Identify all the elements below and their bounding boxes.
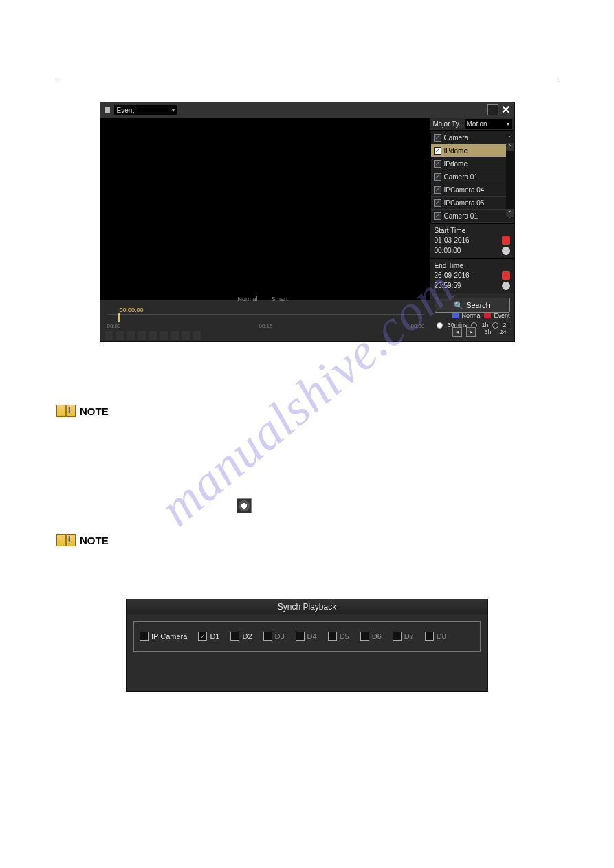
checkbox-icon[interactable]: ✓	[434, 173, 441, 181]
search-button[interactable]: 🔍 Search	[435, 298, 510, 313]
camera-item[interactable]: ✓IPCamera 04	[431, 183, 514, 197]
collapse-up-icon[interactable]: ˆ	[509, 135, 511, 141]
note-line: If the event is set to trigger recording…	[56, 423, 377, 433]
camera-item[interactable]: ✓Camera 01	[431, 170, 514, 183]
channel-label: D7	[404, 632, 414, 641]
figure2-caption: Figure 6-12 Synch Playback Interface	[0, 699, 614, 709]
toolbar-button[interactable]	[138, 331, 146, 340]
synch-playback-screenshot: Synch Playback IP Camera ✓D1 D2 D3 D4 D5…	[126, 599, 488, 692]
channel-label: D1	[210, 632, 219, 641]
channel-label: D6	[372, 632, 382, 641]
page-header: Network Video Recorder User Manual	[56, 27, 558, 43]
clock-icon[interactable]	[502, 247, 510, 255]
note-line: are configurable under Menu > Playback >…	[56, 552, 252, 562]
playhead-icon[interactable]	[118, 313, 120, 322]
calendar-icon[interactable]	[502, 271, 510, 280]
normal-tab[interactable]: Normal	[238, 296, 258, 302]
video-area	[100, 118, 430, 300]
major-type-value: Motion	[467, 120, 487, 128]
toolbar-button[interactable]	[149, 331, 157, 340]
camera-item[interactable]: ✓IPdome	[431, 144, 514, 157]
checkbox-icon	[425, 632, 434, 641]
step-text: Select a main stream/sub-stream recorded…	[96, 500, 428, 511]
toolbar-button[interactable]	[116, 331, 124, 340]
checkbox-icon[interactable]	[140, 632, 149, 641]
start-time-value: 00:00:00	[435, 247, 461, 254]
channel-label: D5	[340, 632, 349, 641]
toolbar-button[interactable]	[105, 331, 113, 340]
toolbar-button[interactable]	[127, 331, 135, 340]
end-time-input[interactable]: 23:59:59	[435, 280, 510, 291]
fullscreen-icon[interactable]	[487, 104, 498, 115]
camera-item[interactable]: ✓Camera 01▾	[431, 210, 514, 223]
radio-icon[interactable]	[437, 322, 443, 329]
checkbox-icon[interactable]: ✓	[434, 186, 441, 194]
camera-item[interactable]: ✓IPdome	[431, 157, 514, 170]
checkbox-icon[interactable]: ✓	[434, 147, 441, 155]
channel-d1[interactable]: ✓D1	[198, 632, 219, 641]
note-label: NOTE	[80, 535, 109, 546]
step-3: Step 3 Click Search button to get the se…	[56, 374, 558, 384]
checkbox-icon[interactable]: ✓	[434, 160, 441, 168]
playback-topbar: Event ▾ ✕	[100, 102, 514, 118]
checkbox-icon[interactable]: ✓	[434, 212, 441, 220]
scroll-down-icon[interactable]: ˇ	[506, 209, 514, 217]
header-rule	[56, 82, 558, 82]
camera-list: ✓ Camera ˆ ✓IPdome ✓IPdome ✓Camera 01 ✓I…	[430, 131, 514, 223]
checkbox-icon[interactable]: ✓	[434, 134, 441, 142]
checkbox-icon[interactable]: ✓	[434, 199, 441, 207]
note-1-text: If the event is set to trigger recording…	[56, 420, 558, 452]
channel-d4: D4	[296, 632, 317, 641]
channel-d8: D8	[425, 632, 446, 641]
camera-scrollbar[interactable]: ˆ ˇ	[506, 143, 514, 217]
tick: 00:15	[259, 323, 272, 329]
camera-item-label: Camera 01	[444, 173, 478, 181]
camera-item[interactable]: ✓IPCamera 05	[431, 197, 514, 210]
toolbar-button[interactable]	[193, 331, 201, 340]
channel-label: D4	[307, 632, 317, 641]
chevron-down-icon: ▾	[172, 107, 175, 113]
note-icon: i	[56, 533, 76, 546]
timeline[interactable]	[107, 314, 425, 323]
playback-toolbar	[105, 331, 510, 340]
camera-item-label: Camera 01	[444, 212, 478, 220]
channel-d2[interactable]: D2	[230, 632, 252, 641]
channel-d3: D3	[263, 632, 285, 641]
scroll-up-icon[interactable]: ˆ	[506, 143, 514, 151]
checkbox-icon[interactable]	[230, 632, 239, 641]
toolbar-button[interactable]	[182, 331, 190, 340]
tick: 00:00	[107, 323, 121, 329]
checkbox-icon	[393, 632, 402, 641]
major-type-dropdown[interactable]: Motion ▾	[465, 119, 512, 129]
camera-header[interactable]: ✓ Camera ˆ	[431, 131, 514, 144]
mode-icon	[105, 107, 110, 113]
search-icon: 🔍	[454, 301, 463, 310]
toolbar-button[interactable]	[160, 331, 168, 340]
step-number: Step 4	[56, 500, 96, 511]
clock-icon[interactable]	[502, 282, 510, 290]
start-date-input[interactable]: 01-03-2016	[435, 235, 510, 245]
smart-tab[interactable]: Smart	[272, 296, 288, 302]
channel-d5: D5	[328, 632, 349, 641]
chevron-down-icon: ▾	[507, 121, 509, 127]
toolbar-button[interactable]	[171, 331, 179, 340]
checkbox-icon[interactable]: ✓	[198, 632, 207, 641]
step-text: Click Search button to get the search re…	[96, 374, 428, 384]
start-time-input[interactable]: 00:00:00	[435, 245, 510, 256]
tick: 00:30	[410, 323, 424, 329]
camera-item-label: IPCamera 05	[444, 199, 485, 207]
end-date-input[interactable]: 26-09-2016	[435, 270, 510, 280]
legend-normal: Normal	[461, 312, 481, 319]
legend: Normal Event	[452, 312, 509, 319]
legend-event-swatch	[484, 313, 491, 318]
end-time-block: End Time 26-09-2016 23:59:59	[430, 258, 514, 293]
play-icon	[237, 498, 252, 513]
playback-mode-dropdown[interactable]: Event ▾	[114, 105, 177, 115]
synch-title: Synch Playback	[127, 599, 487, 614]
ipcamera-checkbox[interactable]: IP Camera	[140, 632, 187, 641]
figure2-num: Figure 6-12	[232, 699, 278, 709]
channel-label: D3	[275, 632, 285, 641]
close-icon[interactable]: ✕	[501, 105, 510, 115]
calendar-icon[interactable]	[502, 236, 510, 245]
step-number: Step 3	[56, 374, 96, 384]
